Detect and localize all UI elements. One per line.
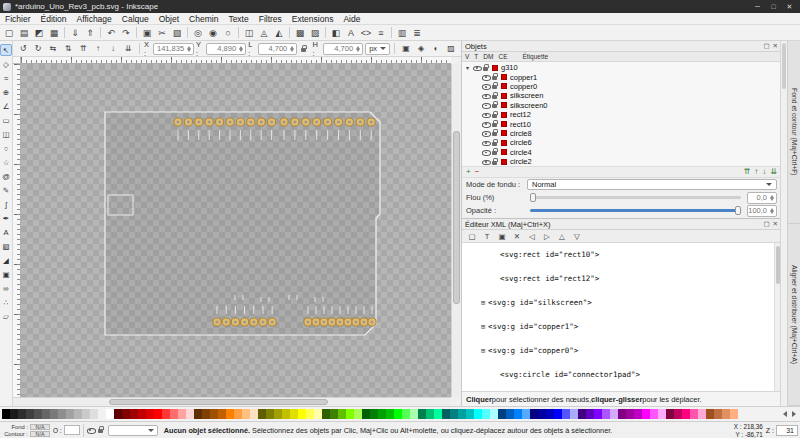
palette-swatch-1[interactable]: [10, 409, 18, 419]
new-document-button[interactable]: ▢: [2, 26, 16, 39]
palette-swatch-74[interactable]: [594, 409, 602, 419]
palette-swatch-80[interactable]: [642, 409, 650, 419]
menu-item-8[interactable]: Extensions: [287, 13, 339, 25]
object-row[interactable]: circle4: [462, 148, 781, 157]
opacity-input[interactable]: [64, 425, 80, 435]
palette-swatch-25[interactable]: [202, 409, 210, 419]
blur-slider[interactable]: [530, 196, 741, 199]
palette-swatch-33[interactable]: [266, 409, 274, 419]
gradient-tool[interactable]: ▧: [0, 240, 12, 252]
palette-swatch-54[interactable]: [434, 409, 442, 419]
lock-icon[interactable]: [483, 64, 490, 72]
pcb-pad[interactable]: [252, 321, 255, 324]
xml-editor-dialog-button[interactable]: <>: [359, 26, 373, 39]
object-row[interactable]: rect12: [462, 110, 781, 119]
pcb-pad[interactable]: [197, 121, 200, 124]
rotate-cw-button[interactable]: ↻: [31, 42, 45, 55]
lock-icon[interactable]: [492, 82, 499, 90]
palette-swatch-82[interactable]: [658, 409, 666, 419]
ellipse-tool[interactable]: ○: [0, 142, 12, 154]
raise-to-top-button[interactable]: ⇈: [744, 168, 751, 176]
xml-node-row[interactable]: <svg:circle id="connector1pad">: [462, 368, 781, 381]
board-outline[interactable]: [105, 112, 380, 335]
palette-swatch-53[interactable]: [426, 409, 434, 419]
palette-swatch-47[interactable]: [378, 409, 386, 419]
palette-swatch-14[interactable]: [114, 409, 122, 419]
palette-scroll-right-icon[interactable]: [789, 409, 798, 420]
blend-mode-select[interactable]: Normal: [527, 179, 777, 190]
visibility-eye-icon[interactable]: [482, 158, 490, 166]
raise-to-top-button[interactable]: ⇈: [76, 42, 90, 55]
document-properties-button[interactable]: ▥: [395, 26, 409, 39]
flip-vertical-button[interactable]: ⇅: [61, 42, 75, 55]
pcb-pad[interactable]: [208, 121, 211, 124]
raise-button[interactable]: ↑: [91, 42, 105, 55]
new-element-node-button[interactable]: ▢: [466, 231, 478, 242]
xml-node-row[interactable]: <svg:rect id="rect10">: [462, 248, 781, 261]
palette-swatch-59[interactable]: [474, 409, 482, 419]
new-text-node-button[interactable]: T: [481, 231, 493, 242]
pcb-pad[interactable]: [363, 321, 366, 324]
text-tool[interactable]: A: [0, 226, 12, 238]
palette-swatch-30[interactable]: [242, 409, 250, 419]
node-tool[interactable]: ◇: [0, 58, 12, 70]
tweak-tool[interactable]: ≈: [0, 72, 12, 84]
pcb-pad[interactable]: [323, 321, 326, 324]
pcb-pad[interactable]: [293, 121, 296, 124]
object-row[interactable]: silkscreen: [462, 91, 781, 100]
add-object-button[interactable]: +: [466, 168, 471, 176]
palette-swatch-43[interactable]: [346, 409, 354, 419]
palette-swatch-11[interactable]: [90, 409, 98, 419]
palette-swatch-19[interactable]: [154, 409, 162, 419]
raise-one-button[interactable]: ↑: [754, 168, 758, 176]
palette-swatch-85[interactable]: [682, 409, 690, 419]
ungroup-button[interactable]: ▨: [308, 26, 322, 39]
palette-swatch-66[interactable]: [530, 409, 538, 419]
palette-swatch-39[interactable]: [314, 409, 322, 419]
palette-swatch-5[interactable]: [42, 409, 50, 419]
palette-swatch-17[interactable]: [138, 409, 146, 419]
tab-fill-stroke[interactable]: Fond et contour (Maj+Ctrl+F): [788, 41, 800, 224]
delete-node-button[interactable]: ✕: [511, 231, 523, 242]
xml-node-row[interactable]: ⊞<svg:g id="copper1">: [462, 320, 781, 333]
menu-item-9[interactable]: Aide: [338, 13, 365, 25]
redo-button[interactable]: ↷: [119, 26, 133, 39]
canvas-vertical-scrollbar[interactable]: [451, 64, 461, 397]
palette-swatch-7[interactable]: [58, 409, 66, 419]
visibility-eye-icon[interactable]: [482, 111, 490, 119]
spray-tool[interactable]: ∴: [0, 296, 12, 308]
palette-swatch-64[interactable]: [514, 409, 522, 419]
palette-swatch-3[interactable]: [26, 409, 34, 419]
palette-swatch-16[interactable]: [130, 409, 138, 419]
palette-swatch-63[interactable]: [506, 409, 514, 419]
palette-swatch-18[interactable]: [146, 409, 154, 419]
palette-swatch-9[interactable]: [74, 409, 82, 419]
lock-icon[interactable]: [492, 139, 499, 147]
palette-swatch-73[interactable]: [586, 409, 594, 419]
star-tool[interactable]: ☆: [0, 156, 12, 168]
canvas[interactable]: [21, 64, 451, 397]
object-row[interactable]: copper0: [462, 82, 781, 91]
pcb-pad[interactable]: [370, 121, 373, 124]
palette-swatch-62[interactable]: [498, 409, 506, 419]
detach-panel-icon[interactable]: ▢: [763, 221, 769, 228]
preferences-button[interactable]: ≣: [410, 26, 424, 39]
lock-icon[interactable]: [492, 129, 499, 137]
palette-swatch-40[interactable]: [322, 409, 330, 419]
lower-button[interactable]: ↓: [106, 42, 120, 55]
palette-swatch-57[interactable]: [458, 409, 466, 419]
xml-node-row[interactable]: ⊞<svg:g id="silkscreen">: [462, 296, 781, 309]
pcb-pad[interactable]: [270, 121, 273, 124]
fill-stroke-dialog-button[interactable]: ◧: [329, 26, 343, 39]
pcb-pad[interactable]: [371, 321, 374, 324]
palette-swatch-21[interactable]: [170, 409, 178, 419]
object-row[interactable]: circle2: [462, 157, 781, 166]
pcb-pad[interactable]: [347, 321, 350, 324]
xml-node-row[interactable]: ⊞<svg:g id="copper0">: [462, 344, 781, 357]
menu-item-3[interactable]: Calque: [117, 13, 154, 25]
print-button[interactable]: ▦: [47, 26, 61, 39]
close-panel-icon[interactable]: ✕: [773, 221, 778, 228]
menu-item-0[interactable]: Fichier: [0, 13, 36, 25]
palette-scroll-left-icon[interactable]: [780, 409, 789, 420]
lower-to-bottom-button[interactable]: ⇊: [770, 168, 777, 176]
